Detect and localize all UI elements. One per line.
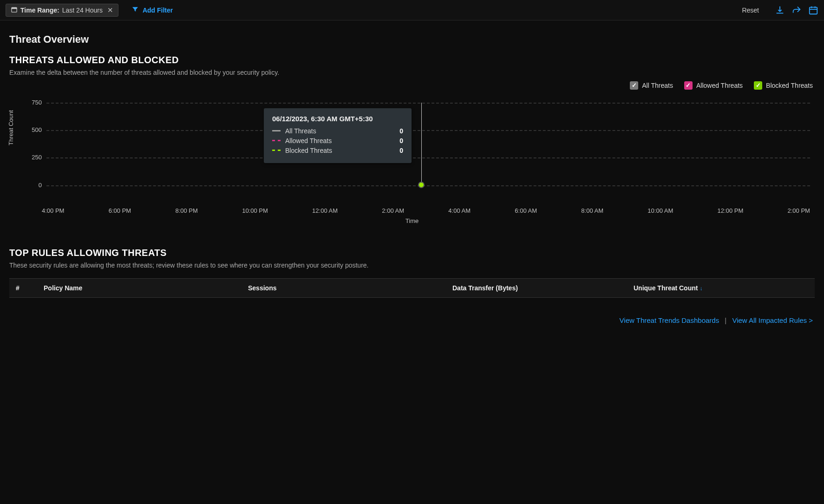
y-tick-label: 500 bbox=[26, 126, 42, 133]
x-tick-label: 2:00 PM bbox=[788, 207, 810, 214]
checkbox-icon: ✓ bbox=[630, 81, 638, 90]
sort-desc-icon: ↓ bbox=[700, 285, 702, 292]
separator: | bbox=[725, 316, 726, 324]
time-range-chip[interactable]: Time Range: Last 24 Hours ✕ bbox=[6, 4, 118, 17]
x-tick-label: 8:00 AM bbox=[581, 207, 603, 214]
legend-label: All Threats bbox=[642, 82, 673, 89]
add-filter-button[interactable]: Add Filter bbox=[131, 6, 173, 14]
page-title: Threat Overview bbox=[0, 20, 824, 50]
section2-desc: These security rules are allowing the mo… bbox=[9, 261, 390, 270]
schedule-icon[interactable] bbox=[808, 5, 818, 15]
y-tick-label: 250 bbox=[26, 154, 42, 161]
chart-tooltip: 06/12/2023, 6:30 AM GMT+5:30 All Threats… bbox=[264, 108, 412, 163]
x-tick-label: 12:00 PM bbox=[718, 207, 744, 214]
calendar-icon bbox=[11, 6, 18, 14]
x-tick-label: 4:00 AM bbox=[448, 207, 471, 214]
view-threat-trends-link[interactable]: View Threat Trends Dashboards bbox=[620, 316, 719, 324]
x-axis-labels: 4:00 PM6:00 PM8:00 PM10:00 PM12:00 AM2:0… bbox=[42, 207, 810, 214]
x-tick-label: 4:00 PM bbox=[42, 207, 64, 214]
threat-chart[interactable]: Threat Count 0250500750 06/12/2023, 6:30… bbox=[9, 94, 815, 224]
legend-label: Blocked Threats bbox=[766, 82, 813, 89]
col-policy[interactable]: Policy Name bbox=[37, 279, 242, 298]
gridline bbox=[46, 130, 810, 131]
tooltip-series-value: 0 bbox=[399, 147, 403, 154]
section1-title: THREATS ALLOWED AND BLOCKED bbox=[9, 55, 815, 65]
section2-title: TOP RULES ALLOWING THREATS bbox=[9, 248, 815, 258]
tooltip-time: 06/12/2023, 6:30 AM GMT+5:30 bbox=[272, 115, 403, 123]
legend-all-threats[interactable]: ✓ All Threats bbox=[630, 81, 673, 90]
view-all-impacted-rules-link[interactable]: View All Impacted Rules > bbox=[732, 316, 813, 324]
svg-rect-1 bbox=[12, 7, 17, 9]
add-filter-label: Add Filter bbox=[143, 7, 173, 14]
threats-allowed-blocked-section: THREATS ALLOWED AND BLOCKED Examine the … bbox=[0, 50, 824, 78]
legend-allowed-threats[interactable]: ✓ Allowed Threats bbox=[684, 81, 743, 90]
legend-blocked-threats[interactable]: ✓ Blocked Threats bbox=[754, 81, 813, 90]
gridline bbox=[46, 157, 810, 158]
col-sessions[interactable]: Sessions bbox=[242, 279, 446, 298]
tooltip-series-value: 0 bbox=[399, 137, 403, 144]
x-tick-label: 6:00 PM bbox=[109, 207, 131, 214]
top-rules-section: TOP RULES ALLOWING THREATS These securit… bbox=[0, 243, 824, 270]
checkbox-icon: ✓ bbox=[754, 81, 762, 90]
tooltip-row-blocked: Blocked Threats 0 bbox=[272, 147, 403, 154]
tooltip-series-name: Allowed Threats bbox=[285, 137, 395, 144]
chart-svg bbox=[9, 94, 815, 206]
topbar: Time Range: Last 24 Hours ✕ Add Filter R… bbox=[0, 0, 824, 20]
x-tick-label: 8:00 PM bbox=[175, 207, 197, 214]
series-swatch-icon bbox=[272, 150, 281, 151]
tooltip-series-value: 0 bbox=[399, 127, 403, 135]
col-index[interactable]: # bbox=[9, 279, 37, 298]
col-threat-count[interactable]: Unique Threat Count↓ bbox=[627, 279, 815, 298]
section1-desc: Examine the delta between the number of … bbox=[9, 68, 390, 78]
x-tick-label: 10:00 AM bbox=[647, 207, 673, 214]
legend-label: Allowed Threats bbox=[696, 82, 743, 89]
series-swatch-icon bbox=[272, 130, 281, 131]
chart-cursor-line bbox=[421, 103, 422, 185]
chart-legend: ✓ All Threats ✓ Allowed Threats ✓ Blocke… bbox=[0, 78, 824, 90]
series-swatch-icon bbox=[272, 140, 281, 141]
download-icon[interactable] bbox=[775, 5, 785, 15]
chart-cursor-dot bbox=[418, 182, 425, 188]
close-icon[interactable]: ✕ bbox=[107, 6, 113, 14]
time-range-value: Last 24 Hours bbox=[62, 7, 103, 14]
tooltip-row-allowed: Allowed Threats 0 bbox=[272, 137, 403, 144]
footer-links: View Threat Trends Dashboards | View All… bbox=[0, 298, 824, 335]
x-tick-label: 2:00 AM bbox=[382, 207, 404, 214]
gridline bbox=[46, 185, 810, 186]
time-range-label: Time Range: bbox=[20, 7, 59, 14]
y-tick-label: 0 bbox=[26, 182, 42, 189]
y-axis-title: Threat Count bbox=[7, 110, 14, 145]
x-tick-label: 12:00 AM bbox=[312, 207, 338, 214]
x-tick-label: 10:00 PM bbox=[242, 207, 268, 214]
reset-button[interactable]: Reset bbox=[742, 7, 759, 14]
checkbox-icon: ✓ bbox=[684, 81, 693, 90]
x-tick-label: 6:00 AM bbox=[515, 207, 537, 214]
tooltip-series-name: Blocked Threats bbox=[285, 147, 395, 154]
share-icon[interactable] bbox=[791, 5, 802, 15]
gridline bbox=[46, 103, 810, 104]
y-tick-label: 750 bbox=[26, 99, 42, 106]
x-axis-title: Time bbox=[9, 217, 815, 224]
table-header-row: # Policy Name Sessions Data Transfer (By… bbox=[9, 279, 815, 298]
filter-icon bbox=[131, 6, 139, 14]
col-transfer[interactable]: Data Transfer (Bytes) bbox=[446, 279, 627, 298]
svg-rect-2 bbox=[810, 7, 817, 14]
rules-table: # Policy Name Sessions Data Transfer (By… bbox=[9, 278, 815, 298]
tooltip-row-all: All Threats 0 bbox=[272, 127, 403, 135]
tooltip-series-name: All Threats bbox=[285, 127, 395, 135]
